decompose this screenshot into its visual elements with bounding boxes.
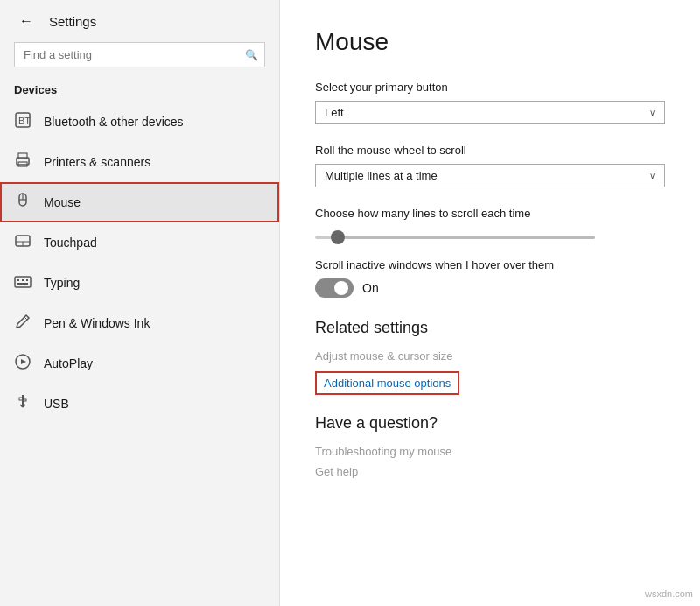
usb-icon	[14, 393, 32, 414]
svg-line-16	[24, 317, 27, 320]
chevron-down-icon: ∨	[649, 171, 655, 180]
primary-button-value: Left	[325, 106, 344, 119]
sidebar-item-label: Touchpad	[44, 236, 97, 250]
scroll-wheel-value: Multiple lines at a time	[325, 169, 438, 182]
toggle-on-label: On	[362, 281, 379, 295]
watermark: wsxdn.com	[645, 588, 693, 599]
sidebar-item-autoplay[interactable]: AutoPlay	[0, 343, 279, 384]
sidebar-item-pen[interactable]: Pen & Windows Ink	[0, 303, 279, 343]
bluetooth-icon: BT	[14, 111, 32, 132]
inactive-scroll-toggle[interactable]	[315, 278, 354, 298]
scroll-lines-slider-container	[315, 227, 665, 239]
svg-rect-12	[18, 279, 19, 281]
scroll-lines-group: Choose how many lines to scroll each tim…	[315, 207, 665, 239]
sidebar-item-label: Bluetooth & other devices	[44, 115, 184, 129]
slider-track	[315, 236, 595, 239]
typing-icon	[14, 272, 32, 293]
have-question-title: Have a question?	[315, 414, 665, 433]
touchpad-icon	[14, 232, 32, 253]
sidebar-header: ← Settings	[0, 0, 279, 39]
sidebar-item-label: Typing	[44, 276, 80, 290]
sidebar-item-label: Pen & Windows Ink	[44, 316, 150, 330]
sidebar-item-bluetooth[interactable]: BT Bluetooth & other devices	[0, 102, 279, 142]
sidebar-item-label: Printers & scanners	[44, 155, 150, 169]
adjust-cursor-link: Adjust mouse & cursor size	[315, 349, 665, 363]
sidebar-item-label: USB	[44, 397, 69, 411]
svg-rect-13	[22, 279, 24, 281]
sidebar-item-touchpad[interactable]: Touchpad	[0, 222, 279, 263]
autoplay-icon	[14, 353, 32, 374]
scroll-wheel-group: Roll the mouse wheel to scroll Multiple …	[315, 144, 665, 187]
scroll-lines-label: Choose how many lines to scroll each tim…	[315, 207, 665, 220]
toggle-thumb	[334, 281, 348, 295]
search-box: 🔍	[14, 42, 265, 67]
toggle-track	[315, 278, 354, 298]
svg-rect-11	[15, 277, 31, 287]
sidebar-title: Settings	[49, 14, 96, 29]
inactive-scroll-toggle-row: On	[315, 278, 665, 298]
primary-button-dropdown[interactable]: Left ∨	[315, 101, 665, 124]
additional-mouse-options-link[interactable]: Additional mouse options	[315, 371, 459, 395]
sidebar-item-label: AutoPlay	[44, 356, 93, 370]
get-help-link: Get help	[315, 465, 665, 478]
scroll-wheel-dropdown[interactable]: Multiple lines at a time ∨	[315, 164, 665, 187]
svg-text:BT: BT	[18, 116, 31, 126]
nav-list: BT Bluetooth & other devices Printers & …	[0, 102, 279, 424]
inactive-scroll-group: Scroll inactive windows when I hover ove…	[315, 258, 665, 298]
related-settings-title: Related settings	[315, 319, 665, 337]
devices-section-label: Devices	[0, 78, 279, 102]
sidebar-item-typing[interactable]: Typing	[0, 263, 279, 303]
back-button[interactable]: ←	[14, 12, 38, 30]
primary-button-label: Select your primary button	[315, 81, 665, 94]
pen-icon	[14, 313, 32, 334]
sidebar-item-printers[interactable]: Printers & scanners	[0, 142, 279, 182]
svg-rect-15	[18, 283, 28, 285]
scroll-wheel-label: Roll the mouse wheel to scroll	[315, 144, 665, 157]
svg-rect-21	[24, 399, 26, 401]
chevron-down-icon: ∨	[649, 108, 655, 117]
sidebar-item-mouse[interactable]: Mouse	[0, 182, 279, 222]
slider-thumb[interactable]	[331, 230, 345, 244]
inactive-scroll-label: Scroll inactive windows when I hover ove…	[315, 258, 665, 271]
search-icon: 🔍	[245, 49, 258, 61]
sidebar-item-usb[interactable]: USB	[0, 384, 279, 424]
page-title: Mouse	[315, 28, 665, 56]
troubleshoot-link: Troubleshooting my mouse	[315, 445, 665, 458]
sidebar-item-label: Mouse	[44, 195, 80, 209]
search-input[interactable]	[14, 42, 265, 67]
printer-icon	[14, 152, 32, 173]
mouse-icon	[14, 192, 32, 213]
sidebar: ← Settings 🔍 Devices BT Bluetooth & othe…	[0, 0, 280, 606]
svg-rect-14	[26, 279, 28, 281]
main-content: Mouse Select your primary button Left ∨ …	[280, 0, 700, 606]
svg-marker-18	[21, 359, 26, 364]
primary-button-group: Select your primary button Left ∨	[315, 81, 665, 124]
